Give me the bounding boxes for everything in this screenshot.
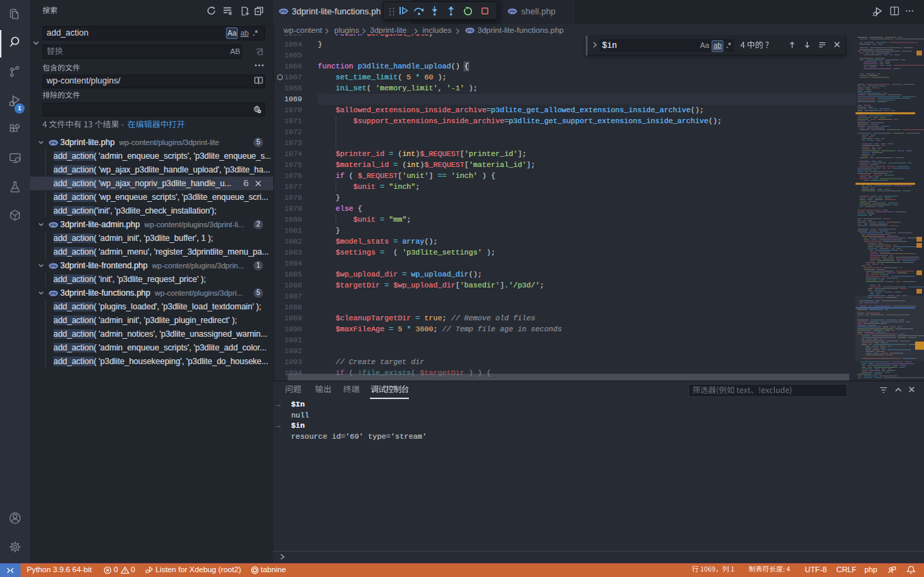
svg-text:php: php <box>51 141 57 144</box>
svg-text:php: php <box>51 264 57 268</box>
svg-text:php: php <box>51 223 57 227</box>
svg-text:php: php <box>510 10 516 13</box>
svg-text:php: php <box>281 10 287 13</box>
svg-text:php: php <box>467 29 473 32</box>
svg-text:php: php <box>51 292 57 295</box>
